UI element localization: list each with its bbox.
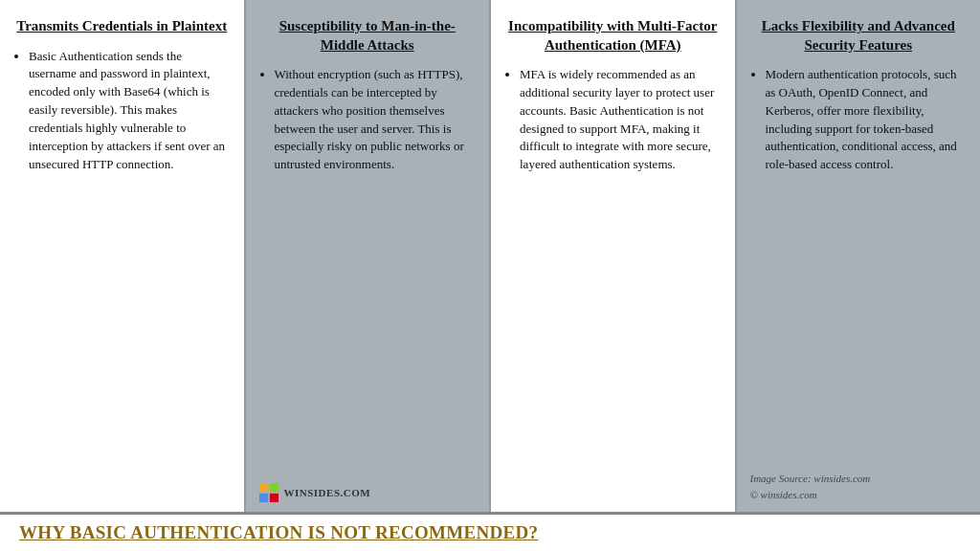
column-mfa: Incompatibility with Multi-Factor Authen… bbox=[491, 0, 737, 512]
column-flexibility: Lacks Flexibility and Advanced Security … bbox=[737, 0, 981, 512]
col3-body: MFA is widely recommended as an addition… bbox=[504, 66, 722, 502]
svg-rect-0 bbox=[259, 483, 268, 492]
col3-title: Incompatibility with Multi-Factor Authen… bbox=[504, 17, 722, 55]
column-mitm: Susceptibility to Man-in-the-Middle Atta… bbox=[246, 0, 492, 512]
col2-list-item: Without encryption (such as HTTPS), cred… bbox=[275, 66, 477, 174]
col1-body: Basic Authentication sends the username … bbox=[13, 48, 231, 503]
col2-title: Susceptibility to Man-in-the-Middle Atta… bbox=[259, 17, 477, 55]
svg-rect-3 bbox=[269, 494, 278, 502]
winsides-logo-text: WINSIDES.COM bbox=[284, 487, 371, 498]
column-plaintext: Transmits Credentials in Plaintext Basic… bbox=[0, 0, 246, 512]
col4-list-item: Modern authentication protocols, such as… bbox=[766, 66, 968, 174]
col4-title: Lacks Flexibility and Advanced Security … bbox=[750, 17, 968, 55]
col2-body: Without encryption (such as HTTPS), cred… bbox=[259, 66, 477, 474]
svg-rect-2 bbox=[259, 494, 268, 502]
col1-list-item: Basic Authentication sends the username … bbox=[29, 48, 231, 174]
footer-bar: WHY BASIC AUTHENTICATION IS NOT RECOMMEN… bbox=[0, 512, 980, 551]
col1-title: Transmits Credentials in Plaintext bbox=[13, 17, 231, 36]
main-content: Transmits Credentials in Plaintext Basic… bbox=[0, 0, 980, 512]
footer-title: WHY BASIC AUTHENTICATION IS NOT RECOMMEN… bbox=[19, 522, 961, 543]
svg-rect-1 bbox=[269, 483, 278, 492]
col4-body: Modern authentication protocols, such as… bbox=[750, 66, 968, 461]
image-source: Image Source: winsides.com© winsides.com bbox=[750, 461, 968, 502]
winsides-logo-icon bbox=[259, 483, 278, 502]
col3-list-item: MFA is widely recommended as an addition… bbox=[520, 66, 722, 174]
logo-area: WINSIDES.COM bbox=[259, 474, 477, 502]
